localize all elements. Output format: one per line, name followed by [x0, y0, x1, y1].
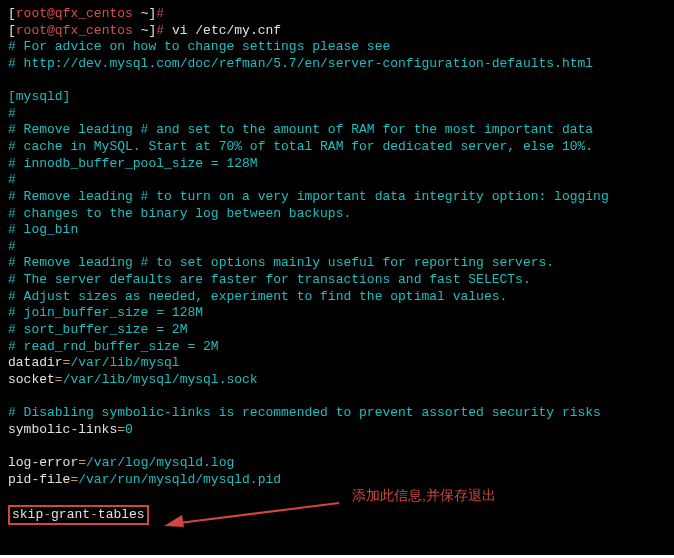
config-comment: #	[8, 239, 16, 254]
highlight-skip-grant-tables: skip-grant-tables	[8, 505, 149, 526]
config-comment: # read_rnd_buffer_size = 2M	[8, 339, 219, 354]
terminal-output[interactable]: [root@qfx_centos ~]# [root@qfx_centos ~]…	[0, 0, 674, 555]
config-comment: # Remove leading # to turn on a very imp…	[8, 189, 609, 204]
shell-prompt: [root@qfx_centos ~]#	[8, 23, 164, 38]
shell-prompt: [root@qfx_centos ~]#	[8, 6, 164, 21]
config-comment: # The server defaults are faster for tra…	[8, 272, 531, 287]
config-comment: # sort_buffer_size = 2M	[8, 322, 187, 337]
config-comment: # Remove leading # to set options mainly…	[8, 255, 554, 270]
config-comment: #	[8, 106, 16, 121]
config-comment: # Disabling symbolic-links is recommende…	[8, 405, 601, 420]
config-comment: # Remove leading # and set to the amount…	[8, 122, 593, 137]
config-comment: # log_bin	[8, 222, 78, 237]
command-text: vi /etc/my.cnf	[164, 23, 281, 38]
config-comment: # Adjust sizes as needed, experiment to …	[8, 289, 507, 304]
config-line-socket: socket=/var/lib/mysql/mysql.sock	[8, 372, 258, 387]
annotation-text: 添加此信息,并保存退出	[352, 487, 496, 505]
config-comment: # For advice on how to change settings p…	[8, 39, 390, 54]
config-line-datadir: datadir=/var/lib/mysql	[8, 355, 180, 370]
config-comment: # innodb_buffer_pool_size = 128M	[8, 156, 258, 171]
config-section: [mysqld]	[8, 89, 70, 104]
config-line-pid-file: pid-file=/var/run/mysqld/mysqld.pid	[8, 472, 281, 487]
config-comment: # changes to the binary log between back…	[8, 206, 351, 221]
config-comment: # join_buffer_size = 128M	[8, 305, 203, 320]
config-comment: # http://dev.mysql.com/doc/refman/5.7/en…	[8, 56, 593, 71]
config-line-log-error: log-error=/var/log/mysqld.log	[8, 455, 234, 470]
config-comment: # cache in MySQL. Start at 70% of total …	[8, 139, 593, 154]
terminal-window: [root@qfx_centos ~]# [root@qfx_centos ~]…	[0, 0, 674, 555]
config-line-symbolic-links: symbolic-links=0	[8, 422, 133, 437]
config-comment: #	[8, 172, 16, 187]
